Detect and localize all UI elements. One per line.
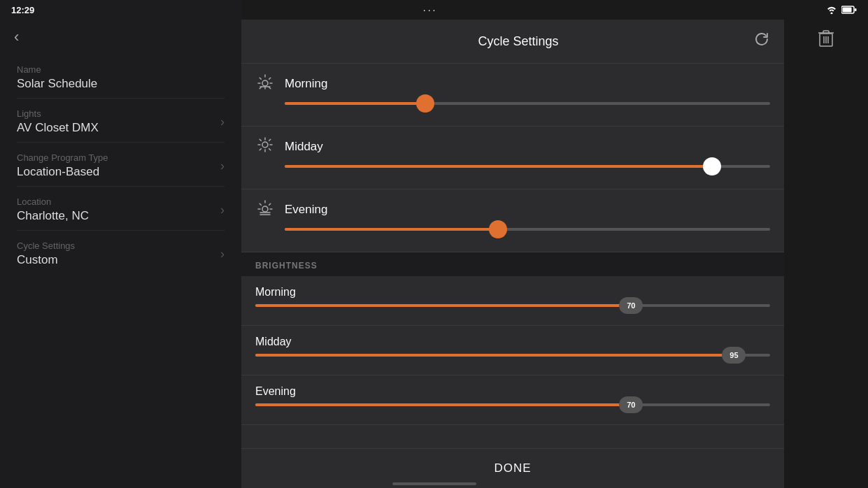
left-panel: ‹ Name Solar Schedule Lights AV Closet D… <box>0 0 241 488</box>
brightness-track-midday[interactable]: 95 <box>255 354 770 357</box>
sidebar-row-location[interactable]: Location Charlotte, NC › <box>0 187 241 230</box>
midday-time-label: Midday <box>285 140 323 154</box>
brightness-thumb-evening[interactable]: 70 <box>619 396 643 413</box>
brightness-track-morning[interactable]: 70 <box>255 304 770 307</box>
status-time: 12:29 <box>11 5 34 15</box>
battery-icon <box>841 6 857 14</box>
sidebar-row-program[interactable]: Change Program Type Location-Based › <box>0 143 241 186</box>
time-section-evening: Evening <box>241 189 784 252</box>
svg-rect-2 <box>855 8 857 11</box>
arrow-program: › <box>220 159 225 173</box>
status-dots: ··· <box>423 4 438 15</box>
trash-icon <box>818 29 834 48</box>
morning-time-slider-container <box>255 102 770 116</box>
midday-time-thumb[interactable] <box>703 157 721 175</box>
brightness-label-midday: Midday <box>255 336 770 348</box>
svg-point-8 <box>262 142 268 148</box>
brightness-fill-midday <box>255 354 734 357</box>
brightness-thumb-midday[interactable]: 95 <box>722 347 746 364</box>
sidebar-value-name: Solar Schedule <box>17 77 225 91</box>
sun-set-icon <box>255 199 275 220</box>
time-section-morning: Morning <box>241 64 784 127</box>
morning-time-label: Morning <box>285 77 327 91</box>
sidebar-row-lights[interactable]: Lights AV Closet DMX › <box>0 99 241 142</box>
modal-title: Cycle Settings <box>283 34 753 49</box>
evening-time-slider-container <box>255 228 770 242</box>
arrow-location: › <box>220 203 225 217</box>
back-button[interactable]: ‹ <box>0 20 241 55</box>
morning-time-track[interactable] <box>285 102 770 105</box>
sidebar-label-cycle: Cycle Settings <box>17 241 220 251</box>
midday-time-slider-container <box>255 165 770 179</box>
sidebar-value-lights: AV Closet DMX <box>17 121 220 135</box>
brightness-label-evening: Evening <box>255 385 770 398</box>
reset-icon <box>753 31 770 48</box>
svg-point-7 <box>262 80 268 86</box>
home-indicator <box>392 482 476 485</box>
sun-midday-icon <box>255 136 275 157</box>
cycle-settings-modal: Cycle Settings Morning <box>241 20 784 488</box>
sidebar-label-name: Name <box>17 64 225 75</box>
status-bar: 12:29 ··· <box>0 0 868 20</box>
evening-time-fill <box>285 228 498 231</box>
sidebar-label-location: Location <box>17 196 220 207</box>
sidebar-label-program: Change Program Type <box>17 152 220 163</box>
status-icons <box>826 6 857 14</box>
evening-time-thumb[interactable] <box>489 220 507 238</box>
sidebar-section-name: Name Solar Schedule <box>0 55 241 98</box>
arrow-cycle: › <box>220 247 225 261</box>
evening-time-track[interactable] <box>285 228 770 231</box>
right-panel <box>784 20 868 62</box>
brightness-label-morning: Morning <box>255 286 770 299</box>
brightness-title: BRIGHTNESS <box>255 261 770 271</box>
brightness-section-midday: Midday 95 <box>241 326 784 375</box>
sidebar-row-cycle[interactable]: Cycle Settings Custom › <box>0 231 241 274</box>
brightness-track-evening[interactable]: 70 <box>255 403 770 406</box>
brightness-fill-evening <box>255 403 631 406</box>
wifi-icon <box>826 6 837 14</box>
brightness-thumb-morning[interactable]: 70 <box>619 297 643 314</box>
sidebar-value-program: Location-Based <box>17 165 220 179</box>
done-button[interactable]: DONE <box>241 448 784 488</box>
morning-time-thumb[interactable] <box>416 94 434 113</box>
time-section-midday: Midday <box>241 127 784 189</box>
delete-button[interactable] <box>818 29 834 52</box>
midday-time-fill <box>285 165 712 168</box>
arrow-lights: › <box>220 115 225 129</box>
evening-time-label: Evening <box>285 203 327 217</box>
midday-time-track[interactable] <box>285 165 770 168</box>
brightness-section-morning: Morning 70 <box>241 276 784 326</box>
sun-rise-icon <box>255 73 275 94</box>
sidebar-value-cycle: Custom <box>17 253 220 267</box>
svg-rect-1 <box>842 8 851 13</box>
morning-time-fill <box>285 102 425 105</box>
brightness-fill-morning <box>255 304 631 307</box>
sidebar-label-lights: Lights <box>17 108 220 119</box>
brightness-header: BRIGHTNESS <box>241 252 784 276</box>
brightness-section-evening: Evening 70 <box>241 375 784 425</box>
svg-point-9 <box>262 206 268 212</box>
modal-body: Morning Midday <box>241 64 784 448</box>
modal-header: Cycle Settings <box>241 20 784 64</box>
done-label: DONE <box>494 461 531 475</box>
sidebar-value-location: Charlotte, NC <box>17 209 220 223</box>
reset-button[interactable] <box>753 31 770 52</box>
